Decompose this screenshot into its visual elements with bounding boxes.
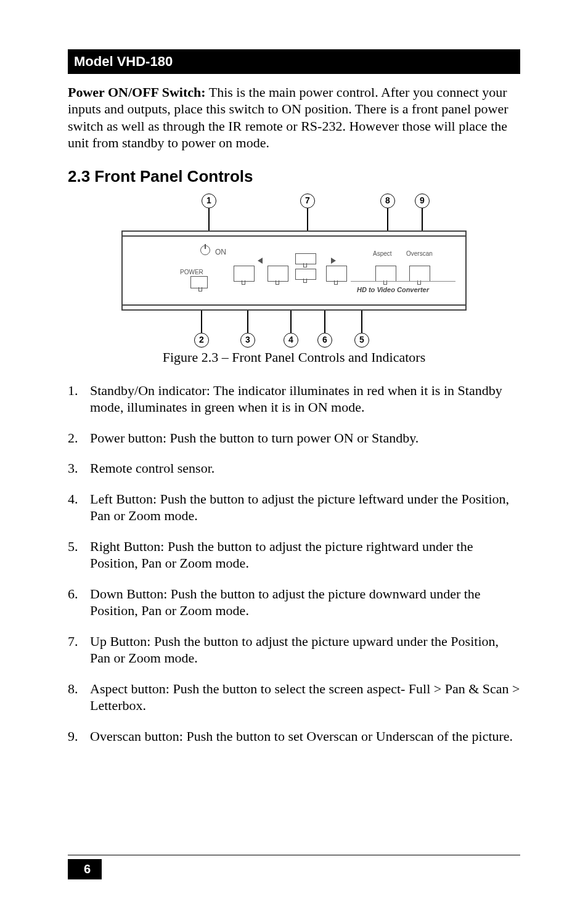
item-text: Aspect button: Push the button to select… bbox=[90, 680, 520, 714]
list-item: 6.Down Button: Push the button to adjust… bbox=[68, 585, 520, 619]
list-item: 5.Right Button: Push the button to adjus… bbox=[68, 538, 520, 572]
intro-lead: Power ON/OFF Switch: bbox=[68, 84, 206, 100]
callout-3: 3 bbox=[240, 311, 255, 348]
aspect-label: Aspect bbox=[373, 250, 392, 258]
item-text: Power button: Push the button to turn po… bbox=[90, 430, 419, 447]
on-label: ON bbox=[215, 248, 226, 257]
list-item: 1.Standby/On indicator: The indicator il… bbox=[68, 382, 520, 416]
down-button-graphic bbox=[295, 269, 316, 280]
item-text: Right Button: Push the button to adjust … bbox=[90, 538, 520, 572]
item-number: 3. bbox=[68, 460, 90, 477]
right-arrow-icon bbox=[331, 258, 336, 264]
list-item: 4.Left Button: Push the button to adjust… bbox=[68, 491, 520, 524]
page-footer: 6 bbox=[68, 855, 520, 879]
item-number: 1. bbox=[68, 382, 90, 416]
left-arrow-icon bbox=[258, 258, 263, 264]
left-button-graphic bbox=[267, 266, 288, 282]
callout-circle: 8 bbox=[380, 194, 395, 208]
right-button-graphic bbox=[326, 266, 347, 282]
overscan-button-graphic bbox=[409, 266, 430, 282]
item-text: Down Button: Push the button to adjust t… bbox=[90, 585, 520, 619]
page-number: 6 bbox=[68, 859, 102, 879]
item-text: Standby/On indicator: The indicator illu… bbox=[90, 382, 520, 416]
callout-circle: 5 bbox=[354, 333, 369, 348]
callout-circle: 3 bbox=[240, 333, 255, 348]
item-number: 7. bbox=[68, 633, 90, 667]
power-button-graphic bbox=[190, 276, 208, 288]
callout-circle: 2 bbox=[194, 333, 209, 348]
callout-6: 6 bbox=[317, 311, 332, 348]
overscan-label: Overscan bbox=[406, 250, 433, 258]
callout-9: 9 bbox=[415, 194, 430, 230]
item-number: 6. bbox=[68, 585, 90, 619]
list-item: 7.Up Button: Push the button to adjust t… bbox=[68, 633, 520, 667]
callout-7: 7 bbox=[300, 194, 315, 230]
item-number: 8. bbox=[68, 680, 90, 714]
section-heading: 2.3 Front Panel Controls bbox=[68, 166, 520, 187]
callout-4: 4 bbox=[284, 311, 298, 348]
list-item: 9.Overscan button: Push the button to se… bbox=[68, 728, 520, 745]
item-text: Remote control sensor. bbox=[90, 460, 214, 477]
callout-circle: 6 bbox=[317, 333, 332, 348]
figure-caption: Figure 2.3 – Front Panel Controls and In… bbox=[163, 349, 426, 366]
callout-5: 5 bbox=[354, 311, 369, 348]
item-number: 2. bbox=[68, 430, 90, 447]
sensor-graphic bbox=[234, 266, 255, 282]
item-text: Up Button: Push the button to adjust the… bbox=[90, 633, 520, 667]
power-label: POWER bbox=[180, 269, 203, 277]
callout-circle: 4 bbox=[284, 333, 298, 348]
power-icon bbox=[200, 245, 210, 255]
callout-1: 1 bbox=[202, 194, 216, 230]
item-text: Overscan button: Push the button to set … bbox=[90, 728, 513, 745]
header-model-bar: Model VHD-180 bbox=[68, 49, 520, 74]
device-panel: ON POWER Aspect Overscan HD to Video Con… bbox=[121, 230, 467, 311]
callout-circle: 9 bbox=[415, 194, 430, 208]
callout-circle: 7 bbox=[300, 194, 315, 208]
intro-paragraph: Power ON/OFF Switch: This is the main po… bbox=[68, 84, 520, 152]
callout-2: 2 bbox=[194, 311, 209, 348]
device-label: HD to Video Converter bbox=[357, 286, 429, 295]
list-item: 2.Power button: Push the button to turn … bbox=[68, 430, 520, 447]
list-item: 3.Remote control sensor. bbox=[68, 460, 520, 477]
item-number: 5. bbox=[68, 538, 90, 572]
item-text: Left Button: Push the button to adjust t… bbox=[90, 491, 520, 524]
front-panel-diagram: 1 7 8 9 ON POWER Aspect Overscan HD to V… bbox=[121, 194, 467, 348]
aspect-button-graphic bbox=[375, 266, 396, 282]
numbered-list: 1.Standby/On indicator: The indicator il… bbox=[68, 382, 520, 745]
figure-2-3: 1 7 8 9 ON POWER Aspect Overscan HD to V… bbox=[68, 194, 520, 376]
up-button-graphic bbox=[295, 253, 316, 264]
item-number: 4. bbox=[68, 491, 90, 524]
callout-8: 8 bbox=[380, 194, 395, 230]
callout-circle: 1 bbox=[202, 194, 216, 208]
list-item: 8.Aspect button: Push the button to sele… bbox=[68, 680, 520, 714]
item-number: 9. bbox=[68, 728, 90, 745]
